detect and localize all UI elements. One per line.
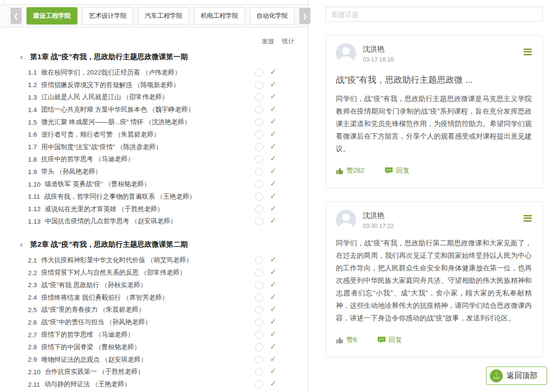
like-button[interactable]: 赞282 [336,166,364,175]
release-radio[interactable] [255,192,263,201]
item-title-link[interactable]: 疫情下的哲学思维 （马迪老师） [41,330,134,339]
tab-mechatronic-engineering[interactable]: 机电工程学院 [194,7,245,25]
college-tabs: 建设工程学院 艺术设计学院 汽车工程学院 机电工程学院 自动化学院 [26,7,294,25]
item-title-link[interactable]: 疫情猖獗反弹境况下的答疑解惑 （陈颂新老师） [41,81,179,89]
release-radio[interactable] [255,331,263,339]
post-menu-icon[interactable] [524,214,532,223]
item-number: 1.13 [28,218,40,225]
item-title-link[interactable]: 疫情背景下对人与自然关系的反思 （邵常伟老师） [41,268,186,277]
collapse-chevron-icon[interactable]: ∧ [19,241,24,248]
item-title-link[interactable]: 致在校同学们，2022我们正经历着 （卢伟老师） [41,68,181,77]
release-radio[interactable] [255,256,263,265]
top-divider [0,0,308,5]
new-topic-input[interactable] [326,7,543,22]
item-title-link[interactable]: 战“疫”里的青春接力 （朱晨碧老师） [41,305,145,314]
item-title-link[interactable]: 抗疫中的哲学思考 （马迪老师） [41,155,134,164]
completed-check-icon: ✓ [270,217,276,225]
release-radio[interactable] [255,217,263,226]
item-title-link[interactable]: 团结一心共克时艰 方显中华民族本色 （魏宇峥老师） [41,105,194,114]
release-radio[interactable] [255,281,263,289]
tab-art-design[interactable]: 艺术设计学院 [82,7,133,25]
completed-check-icon: ✓ [270,330,276,338]
top-arrow-icon: ↑ TOP [490,369,503,382]
item-title-link[interactable]: 战疫有我，哲学同行之事物的普遍联系 （王艳老师） [44,192,195,201]
stats-link[interactable]: 统计 [282,37,294,46]
list-item: 2.5战“疫”里的青春接力 （朱晨碧老师）✓ [0,304,308,316]
reply-button[interactable]: 回复 [377,336,402,344]
item-title-link[interactable]: 用中国制度“法宝”战“疫情” （陈洪彦老师） [41,143,162,152]
completed-check-icon: ✓ [270,355,276,363]
release-radio[interactable] [255,130,263,139]
release-radio[interactable] [255,355,263,364]
release-radio[interactable] [255,343,263,351]
release-radio[interactable] [255,118,263,126]
post-body: 同学们，战“疫”有我，思政助行主题思政微课是马克思主义学院教师在疫情期间专门录制… [336,92,532,155]
issue-link[interactable]: 发放 [262,37,274,46]
post-title[interactable]: 战“疫”有我，思政助行主题思政微 ... [336,74,532,86]
back-to-top-label: 返回顶部 [507,371,537,381]
item-title-link[interactable]: 疫情终将结束 我们勇毅前行 （席智芳老师） [41,293,168,302]
completed-check-icon: ✓ [270,143,276,151]
item-title-link[interactable]: 江山就是人民 人民就是江山 （邵常伟老师） [41,93,168,101]
post-meta: 沈洪艳 03-30 17:22 [363,210,524,229]
release-radio[interactable] [255,106,263,114]
item-number: 2.8 [28,343,37,351]
list-item: 1.7用中国制度“法宝”战“疫情” （陈洪彦老师）✓ [0,141,308,153]
post-header: 沈洪艳 03-30 17:22 [336,210,532,230]
release-radio[interactable] [255,368,263,376]
release-radio[interactable] [255,68,263,76]
tabs-scroll-left-icon[interactable]: ❮ [11,8,22,24]
post-timestamp: 03-17 16:16 [363,56,524,63]
release-radio[interactable] [255,269,263,277]
item-title-link[interactable]: 逆行者可贵，顺行者可赞 （朱晨碧老师） [41,130,160,139]
item-title-link[interactable]: 带头 （孙凤艳老师） [41,167,102,176]
item-title-link[interactable]: 谁说站在光里的才算英雄 （于胜然老师） [45,205,164,214]
collapse-chevron-icon[interactable]: ∧ [19,54,24,61]
list-item: 1.3江山就是人民 人民就是江山 （邵常伟老师）✓ [0,91,308,104]
back-to-top-button[interactable]: ↑ TOP 返回顶部 [486,367,547,385]
release-radio[interactable] [255,155,263,164]
tab-automation[interactable]: 自动化学院 [250,7,294,25]
avatar [336,210,356,230]
item-number: 2.4 [28,294,37,301]
tab-automotive-engineering[interactable]: 汽车工程学院 [138,7,189,25]
item-title-link[interactable]: 微光汇聚 终成星河——朋...疫” 情怀 （沈洪艳老师） [41,118,191,126]
item-title-link[interactable]: 中国抗击疫情的几点哲学思考 （赵安琪老师） [45,217,177,226]
like-button[interactable]: 赞6 [336,336,357,344]
tab-construction-engineering[interactable]: 建设工程学院 [26,7,77,25]
item-number: 2.11 [28,381,40,388]
release-radio[interactable] [255,306,263,314]
item-title-link[interactable]: 锻造铁军 英勇战“疫” （曹桓铭老师） [45,180,150,189]
release-radio[interactable] [255,93,263,101]
item-title-link[interactable]: 疫情下的中国脊梁 （曹桓铭老师） [41,343,141,352]
completed-check-icon: ✓ [270,192,276,200]
thumbs-up-icon [336,336,344,344]
list-item: 1.5微光汇聚 终成星河——朋...疫” 情怀 （沈洪艳老师）✓ [0,116,308,128]
release-radio[interactable] [255,380,263,389]
tabs-scroll-right-icon[interactable]: ❯ [299,8,310,24]
post-timestamp: 03-30 17:22 [363,223,524,229]
list-item: 2.1伟大抗疫精神彰显中华文化时代价值 （胡艾筠老师）✓ [0,254,308,266]
item-title-link[interactable]: 战“疫”有我 思政助行 （孙秋实老师） [41,281,147,290]
release-radio[interactable] [255,81,263,89]
release-radio[interactable] [255,205,263,213]
item-title-link[interactable]: 唯物辩证法的总观点 （赵安琪老师） [41,355,147,364]
item-number: 1.10 [28,181,40,188]
item-title-link[interactable]: 战“疫”中的责任与担当 （孙凤艳老师） [41,318,152,327]
release-radio[interactable] [255,143,263,151]
item-title-link[interactable]: 合作抗疫实践第一 （于胜然老师） [45,367,144,376]
release-radio[interactable] [255,293,263,302]
chapter-section-1: ∧ 第1章 战“疫”有我，思政助行主题思政微课第一期 1.1致在校同学们，202… [0,52,308,228]
item-number: 2.6 [28,319,37,326]
item-title-link[interactable]: 动与静的辩证法 （王艳老师） [44,380,130,389]
release-radio[interactable] [255,318,263,327]
list-item: 1.2疫情猖獗反弹境况下的答疑解惑 （陈颂新老师）✓ [0,79,308,91]
post-menu-icon[interactable] [524,47,532,56]
item-title-link[interactable]: 伟大抗疫精神彰显中华文化时代价值 （胡艾筠老师） [41,256,192,265]
item-number: 1.5 [28,119,37,126]
reply-button[interactable]: 回复 [384,166,409,175]
completed-check-icon: ✓ [270,168,276,176]
release-radio[interactable] [255,168,263,176]
item-number: 2.5 [28,306,37,314]
release-radio[interactable] [255,180,263,189]
